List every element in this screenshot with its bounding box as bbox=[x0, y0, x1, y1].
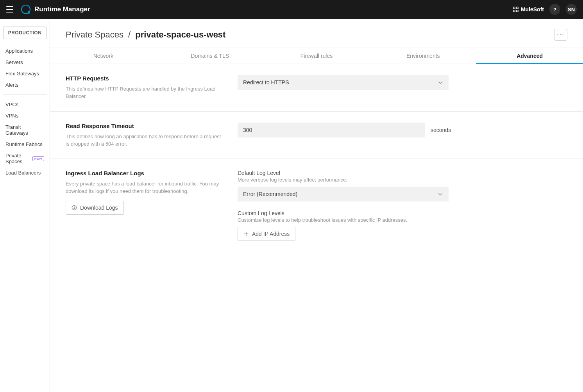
user-avatar[interactable]: SN bbox=[566, 4, 577, 15]
chevron-down-icon bbox=[438, 80, 443, 85]
chevron-down-icon bbox=[438, 191, 443, 197]
grid-icon bbox=[513, 7, 519, 12]
download-logs-label: Download Logs bbox=[80, 205, 118, 211]
brand-label: MuleSoft bbox=[521, 6, 544, 12]
sidebar-item-servers[interactable]: Servers bbox=[0, 57, 50, 68]
tab-network[interactable]: Network bbox=[50, 48, 157, 64]
tabs: Network Domains & TLS Firewall rules Env… bbox=[50, 48, 583, 64]
download-icon bbox=[72, 205, 77, 210]
sidebar-item-runtime-fabrics[interactable]: Runtime Fabrics bbox=[0, 139, 50, 150]
section-http-requests: HTTP Requests This defines how HTTP Requ… bbox=[50, 64, 583, 112]
custom-log-levels-label: Custom Log Levels bbox=[238, 210, 488, 216]
sidebar-item-vpcs[interactable]: VPCs bbox=[0, 99, 50, 110]
plus-icon bbox=[243, 231, 249, 237]
more-actions-button[interactable]: ··· bbox=[554, 29, 567, 41]
sidebar-item-vpns[interactable]: VPNs bbox=[0, 110, 50, 121]
http-requests-title: HTTP Requests bbox=[66, 75, 222, 82]
sidebar-item-private-spaces[interactable]: Private Spaces NEW bbox=[0, 150, 50, 167]
default-log-level-hint: More verbose log levels may affect perfo… bbox=[238, 177, 488, 183]
breadcrumb-separator: / bbox=[128, 30, 131, 39]
sidebar-item-applications[interactable]: Applications bbox=[0, 45, 50, 57]
tab-advanced[interactable]: Advanced bbox=[476, 48, 583, 64]
add-ip-address-label: Add IP Address bbox=[252, 231, 290, 237]
http-requests-desc: This defines how HTTP Requests are handl… bbox=[66, 86, 222, 100]
product-logo-icon bbox=[21, 5, 30, 14]
http-requests-select-value: Redirect to HTTPS bbox=[243, 79, 289, 86]
more-icon: ··· bbox=[557, 31, 564, 38]
app-title: Runtime Manager bbox=[34, 5, 90, 13]
read-timeout-title: Read Response Timeout bbox=[66, 123, 222, 129]
new-badge: NEW bbox=[32, 156, 44, 161]
environment-selector[interactable]: PRODUCTION bbox=[3, 27, 46, 39]
default-log-level-value: Error (Recommended) bbox=[243, 191, 297, 197]
add-ip-address-button[interactable]: Add IP Address bbox=[238, 227, 295, 241]
sidebar-divider bbox=[3, 94, 46, 95]
tab-domains-tls[interactable]: Domains & TLS bbox=[157, 48, 263, 64]
custom-log-levels-hint: Customize log levels to help troubleshoo… bbox=[238, 217, 488, 223]
download-logs-button[interactable]: Download Logs bbox=[66, 201, 124, 215]
hamburger-menu-icon[interactable] bbox=[6, 5, 16, 14]
sidebar: PRODUCTION Applications Servers Flex Gat… bbox=[0, 19, 50, 392]
tab-environments[interactable]: Environments bbox=[370, 48, 476, 64]
tab-firewall-rules[interactable]: Firewall rules bbox=[263, 48, 370, 64]
svg-rect-3 bbox=[517, 10, 518, 12]
breadcrumb: Private Spaces / private-space-us-west bbox=[66, 30, 225, 40]
section-ilb-logs: Ingress Load Balancer Logs Every private… bbox=[50, 159, 583, 260]
breadcrumb-current: private-space-us-west bbox=[135, 30, 225, 39]
help-button[interactable]: ? bbox=[549, 4, 560, 15]
brand-switcher[interactable]: MuleSoft bbox=[513, 6, 544, 12]
ilb-logs-desc: Every private space has a load balancer … bbox=[66, 180, 222, 195]
svg-rect-1 bbox=[517, 7, 518, 9]
default-log-level-select[interactable]: Error (Recommended) bbox=[238, 187, 449, 201]
sidebar-item-load-balancers[interactable]: Load Balancers bbox=[0, 167, 50, 178]
default-log-level-label: Default Log Level bbox=[238, 170, 488, 176]
http-requests-select[interactable]: Redirect to HTTPS bbox=[238, 75, 449, 90]
read-timeout-desc: This defines how long an application has… bbox=[66, 133, 222, 148]
ilb-logs-title: Ingress Load Balancer Logs bbox=[66, 170, 222, 176]
read-timeout-input[interactable] bbox=[238, 123, 425, 137]
svg-rect-0 bbox=[513, 7, 515, 9]
section-read-timeout: Read Response Timeout This defines how l… bbox=[50, 112, 583, 159]
breadcrumb-parent[interactable]: Private Spaces bbox=[66, 30, 123, 39]
read-timeout-unit: seconds bbox=[431, 127, 451, 133]
svg-rect-2 bbox=[513, 10, 515, 12]
sidebar-item-transit-gateways[interactable]: Transit Gateways bbox=[0, 121, 50, 139]
main-content: Private Spaces / private-space-us-west ·… bbox=[50, 19, 583, 392]
sidebar-item-label: Private Spaces bbox=[5, 153, 30, 164]
sidebar-item-flex-gateways[interactable]: Flex Gateways bbox=[0, 68, 50, 79]
sidebar-item-alerts[interactable]: Alerts bbox=[0, 79, 50, 91]
topbar: Runtime Manager MuleSoft ? SN bbox=[0, 0, 583, 19]
